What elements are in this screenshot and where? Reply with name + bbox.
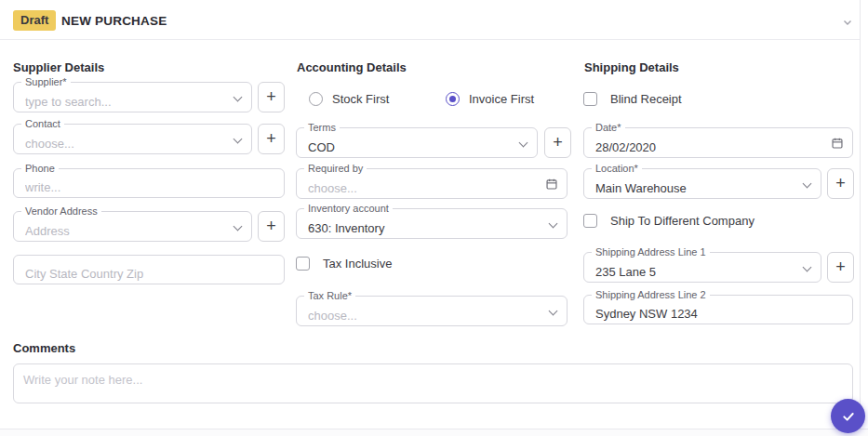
checkbox-icon[interactable] bbox=[583, 92, 597, 106]
comments-textarea[interactable] bbox=[14, 364, 852, 403]
shipping-address-line1-select[interactable]: Shipping Address Line 1 bbox=[583, 252, 821, 283]
inventory-account-select[interactable]: Inventory account bbox=[296, 208, 568, 239]
stock-first-label: Stock First bbox=[332, 92, 389, 106]
phone-field[interactable]: Phone bbox=[13, 168, 285, 198]
radio-checked-icon[interactable] bbox=[446, 92, 460, 106]
tax-inclusive-checkbox[interactable]: Tax Inclusive bbox=[296, 257, 392, 271]
contact-input[interactable] bbox=[14, 125, 251, 153]
inventory-account-input[interactable] bbox=[297, 209, 567, 238]
radio-icon[interactable] bbox=[309, 92, 323, 106]
add-terms-button[interactable]: + bbox=[544, 127, 571, 158]
panel-right-border bbox=[860, 0, 861, 429]
vendor-address-input[interactable] bbox=[14, 212, 251, 241]
collapse-chevron-icon[interactable] bbox=[842, 15, 853, 32]
comments-heading: Comments bbox=[13, 341, 75, 355]
add-contact-button[interactable]: + bbox=[258, 124, 285, 154]
phone-input[interactable] bbox=[14, 169, 284, 197]
tax-rule-input[interactable] bbox=[297, 297, 567, 325]
add-location-button[interactable]: + bbox=[827, 168, 854, 199]
terms-input[interactable] bbox=[297, 128, 537, 157]
status-badge: Draft bbox=[13, 10, 56, 31]
shipping-details-heading: Shipping Details bbox=[584, 60, 679, 74]
city-state-zip-input[interactable] bbox=[14, 256, 284, 284]
page-header: Draft NEW PURCHASE bbox=[0, 0, 861, 40]
add-shipping-address-button[interactable]: + bbox=[827, 252, 854, 283]
blind-receipt-label: Blind Receipt bbox=[610, 92, 682, 106]
next-section-background bbox=[0, 429, 868, 436]
new-purchase-page: Draft NEW PURCHASE Supplier Details Acco… bbox=[0, 0, 868, 436]
add-supplier-button[interactable]: + bbox=[258, 82, 285, 112]
comments-field[interactable] bbox=[13, 363, 853, 403]
supplier-select[interactable]: Supplier* bbox=[13, 82, 252, 112]
shipping-address-line2-field[interactable]: Shipping Address Line 2 bbox=[583, 295, 853, 324]
date-field[interactable]: Date* bbox=[583, 127, 853, 158]
ship-to-different-company-checkbox[interactable]: Ship To Different Company bbox=[583, 214, 754, 228]
vendor-address-select[interactable]: Vendor Address bbox=[13, 211, 252, 242]
invoice-first-label: Invoice First bbox=[469, 92, 534, 106]
location-input[interactable] bbox=[584, 169, 821, 198]
radio-stock-first[interactable]: Stock First bbox=[309, 92, 389, 106]
shipping-address-line1-input[interactable] bbox=[584, 253, 821, 282]
checkmark-icon bbox=[841, 409, 856, 424]
add-vendor-address-button[interactable]: + bbox=[258, 211, 285, 242]
ship-to-different-company-label: Ship To Different Company bbox=[610, 214, 754, 228]
date-input[interactable] bbox=[584, 128, 852, 157]
shipping-address-line2-input[interactable] bbox=[584, 296, 852, 324]
supplier-details-heading: Supplier Details bbox=[13, 60, 104, 74]
location-select[interactable]: Location* bbox=[583, 168, 821, 199]
page-title: NEW PURCHASE bbox=[61, 14, 167, 28]
checkbox-icon[interactable] bbox=[296, 257, 310, 271]
radio-invoice-first[interactable]: Invoice First bbox=[446, 92, 534, 106]
blind-receipt-checkbox[interactable]: Blind Receipt bbox=[583, 92, 682, 106]
contact-select[interactable]: Contact bbox=[13, 124, 252, 154]
tax-inclusive-label: Tax Inclusive bbox=[323, 257, 392, 271]
tax-rule-select[interactable]: Tax Rule* bbox=[296, 296, 568, 326]
terms-select[interactable]: Terms bbox=[296, 127, 538, 158]
accounting-details-heading: Accounting Details bbox=[297, 60, 407, 74]
checkbox-icon[interactable] bbox=[583, 214, 597, 228]
required-by-input[interactable] bbox=[297, 169, 567, 198]
city-state-zip-field[interactable] bbox=[13, 255, 285, 284]
required-by-date-field[interactable]: Required by bbox=[296, 168, 568, 199]
confirm-fab-button[interactable] bbox=[831, 399, 865, 433]
supplier-input[interactable] bbox=[14, 83, 251, 112]
